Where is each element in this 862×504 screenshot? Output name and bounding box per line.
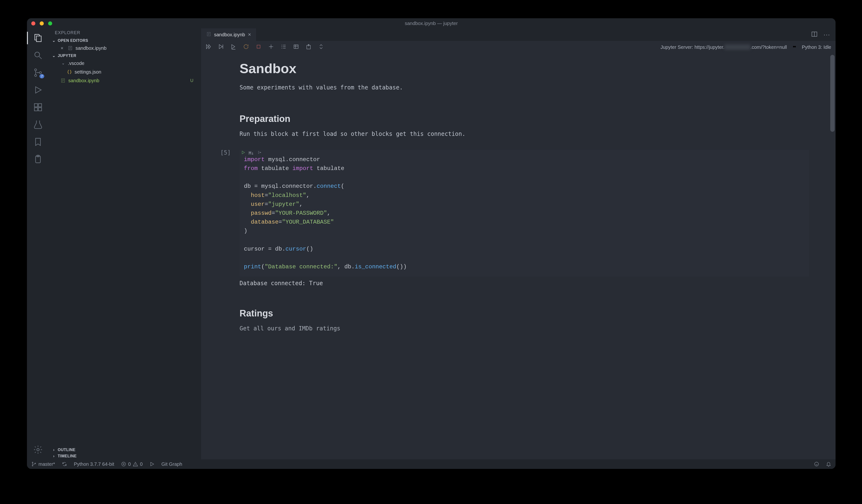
svg-point-20 bbox=[260, 152, 260, 153]
explorer-title: EXPLORER bbox=[49, 28, 201, 37]
activity-bar: 7 bbox=[27, 28, 49, 459]
run-all-icon[interactable] bbox=[205, 43, 212, 51]
cell-markdown-toggle[interactable]: M↓ bbox=[249, 150, 254, 156]
open-editor-item[interactable]: × sandbox.ipynb bbox=[49, 44, 201, 52]
split-editor-icon[interactable] bbox=[811, 31, 818, 39]
svg-point-0 bbox=[35, 52, 40, 57]
scrollbar-thumb[interactable] bbox=[830, 55, 835, 132]
chevron-down-icon: ⌄ bbox=[51, 53, 56, 58]
titlebar: sandbox.ipynb — jupyter bbox=[27, 18, 836, 28]
maximize-window-button[interactable] bbox=[48, 22, 52, 26]
collapse-all-icon[interactable] bbox=[318, 43, 324, 51]
code-content[interactable]: import mysql.connector from tabulate imp… bbox=[244, 155, 805, 271]
svg-rect-7 bbox=[38, 108, 42, 111]
file-label: sandbox.ipynb bbox=[68, 77, 99, 84]
status-bar: master* Python 3.7.7 64-bit 0 0 Git Grap… bbox=[27, 459, 836, 469]
run-above-icon[interactable] bbox=[218, 43, 224, 51]
play-icon bbox=[149, 462, 155, 467]
toggle-line-numbers-icon[interactable] bbox=[280, 43, 287, 51]
error-count: 0 bbox=[128, 462, 131, 467]
svg-point-25 bbox=[814, 462, 819, 466]
svg-point-10 bbox=[37, 449, 39, 451]
debug-start-status[interactable] bbox=[149, 462, 155, 467]
export-icon[interactable] bbox=[305, 43, 312, 51]
cell-toolbar: M↓ bbox=[241, 150, 262, 156]
notebook-content: Sandbox Some experiments with values fro… bbox=[201, 53, 831, 333]
more-actions-icon[interactable]: ··· bbox=[824, 31, 830, 39]
chevron-right-icon: › bbox=[51, 448, 56, 452]
run-cell-icon[interactable] bbox=[241, 150, 245, 156]
file-label: settings.json bbox=[75, 68, 101, 76]
server-connected-icon bbox=[792, 44, 797, 50]
clipboard-activity-icon[interactable] bbox=[33, 154, 43, 164]
server-suffix: .com/?token=null bbox=[750, 44, 787, 50]
workspace-section[interactable]: ⌄ JUPYTER bbox=[49, 52, 201, 59]
notifications-status[interactable] bbox=[826, 462, 831, 467]
markdown-h2: Ratings bbox=[239, 308, 809, 319]
git-graph-status[interactable]: Git Graph bbox=[161, 462, 182, 467]
svg-point-21 bbox=[32, 462, 33, 463]
tab-bar: sandbox.ipynb × ··· bbox=[201, 28, 836, 41]
svg-rect-6 bbox=[35, 108, 38, 111]
tab-label: sandbox.ipynb bbox=[214, 32, 245, 38]
explorer-sidebar: EXPLORER ⌄ OPEN EDITORS × sandbox.ipynb … bbox=[49, 28, 201, 459]
outline-label: OUTLINE bbox=[58, 448, 76, 452]
folder-label: .vscode bbox=[68, 59, 84, 67]
variables-icon[interactable] bbox=[293, 43, 299, 51]
minimize-window-button[interactable] bbox=[40, 22, 44, 26]
window-controls bbox=[31, 22, 52, 26]
svg-rect-5 bbox=[38, 104, 42, 107]
file-sandbox-ipynb[interactable]: sandbox.ipynb U bbox=[49, 76, 201, 85]
timeline-label: TIMELINE bbox=[58, 454, 77, 458]
warning-icon bbox=[133, 462, 138, 467]
close-editor-icon[interactable]: × bbox=[61, 44, 65, 52]
bell-icon bbox=[826, 462, 831, 467]
svg-point-22 bbox=[32, 465, 33, 466]
add-cell-icon[interactable] bbox=[268, 43, 274, 51]
search-activity-icon[interactable] bbox=[33, 50, 43, 61]
python-interpreter-status[interactable]: Python 3.7.7 64-bit bbox=[74, 462, 114, 467]
sync-icon bbox=[62, 462, 67, 467]
explorer-activity-icon[interactable] bbox=[33, 33, 43, 43]
vscode-window: sandbox.ipynb — jupyter 7 bbox=[27, 18, 836, 469]
run-debug-activity-icon[interactable] bbox=[33, 85, 43, 95]
run-below-icon[interactable] bbox=[231, 43, 237, 51]
tab-close-icon[interactable]: × bbox=[248, 31, 251, 38]
notebook-file-icon bbox=[206, 32, 211, 38]
cell-run-by-line-icon[interactable] bbox=[257, 150, 262, 156]
code-cell-body[interactable]: import mysql.connector from tabulate imp… bbox=[239, 150, 809, 277]
git-graph-label: Git Graph bbox=[161, 462, 182, 467]
problems-status[interactable]: 0 0 bbox=[121, 462, 143, 467]
editor-area: sandbox.ipynb × ··· bbox=[201, 28, 836, 459]
outline-section[interactable]: › OUTLINE bbox=[49, 447, 201, 453]
interrupt-kernel-icon[interactable] bbox=[256, 43, 262, 51]
folder-vscode[interactable]: ⌄ .vscode bbox=[49, 59, 201, 68]
timeline-section[interactable]: › TIMELINE bbox=[49, 453, 201, 459]
extensions-activity-icon[interactable] bbox=[33, 102, 43, 112]
svg-point-1 bbox=[35, 69, 37, 71]
git-branch-status[interactable]: master* bbox=[31, 462, 55, 467]
kernel-status-label[interactable]: Python 3: Idle bbox=[802, 44, 831, 50]
markdown-h1: Sandbox bbox=[239, 61, 809, 76]
jupyter-server-label[interactable]: Jupyter Server: https://jupyter.xxxxxxxx… bbox=[661, 44, 787, 50]
markdown-paragraph: Get all ours and IMDb ratings bbox=[239, 324, 809, 333]
feedback-status[interactable] bbox=[814, 462, 819, 467]
notebook-toolbar: Jupyter Server: https://jupyter.xxxxxxxx… bbox=[201, 41, 836, 53]
source-control-activity-icon[interactable]: 7 bbox=[33, 67, 43, 78]
sync-status[interactable] bbox=[62, 462, 67, 467]
file-settings-json[interactable]: {} settings.json bbox=[49, 68, 201, 76]
restart-kernel-icon[interactable] bbox=[243, 43, 249, 51]
bookmark-activity-icon[interactable] bbox=[33, 136, 43, 147]
open-editors-section[interactable]: ⌄ OPEN EDITORS bbox=[49, 37, 201, 44]
settings-gear-icon[interactable] bbox=[33, 445, 43, 455]
chevron-down-icon: ⌄ bbox=[61, 59, 65, 67]
notebook-scroll[interactable]: Sandbox Some experiments with values fro… bbox=[201, 53, 836, 459]
close-window-button[interactable] bbox=[31, 22, 35, 26]
cell-output: Database connected: True bbox=[239, 280, 809, 287]
code-cell[interactable]: [5] M↓ import mysql.connector from tabul… bbox=[239, 150, 809, 287]
test-activity-icon[interactable] bbox=[33, 119, 43, 130]
tab-sandbox[interactable]: sandbox.ipynb × bbox=[201, 28, 257, 41]
svg-point-19 bbox=[794, 46, 796, 48]
svg-rect-4 bbox=[35, 104, 38, 107]
notebook-file-icon bbox=[61, 78, 66, 83]
